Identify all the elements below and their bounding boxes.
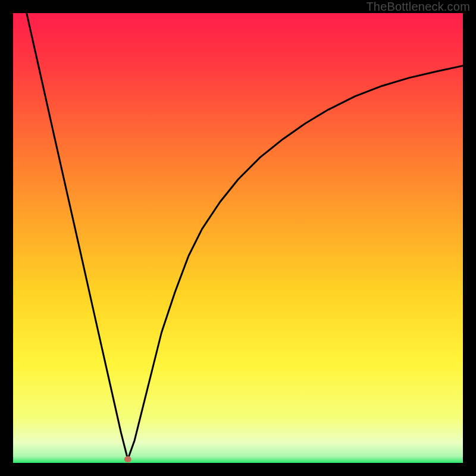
bottleneck-chart bbox=[13, 13, 463, 463]
gradient-background bbox=[13, 13, 463, 463]
watermark-text: TheBottleneck.com bbox=[366, 0, 470, 14]
chart-frame bbox=[13, 13, 463, 463]
minimum-marker bbox=[124, 456, 131, 462]
